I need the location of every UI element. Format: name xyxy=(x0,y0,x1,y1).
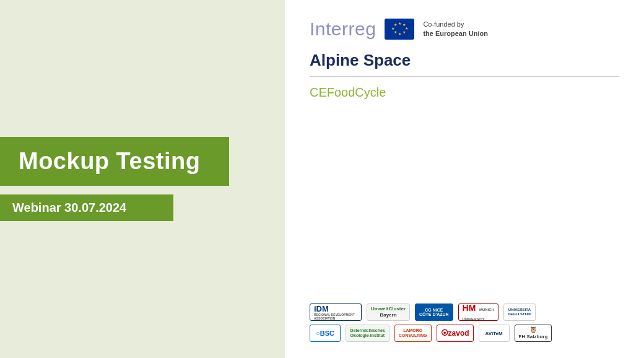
svg-text:★: ★ xyxy=(391,27,394,30)
partner-okologie: Österreichisches Ökologie-Institut xyxy=(346,325,389,342)
alpine-space-title: Alpine Space xyxy=(310,51,619,70)
eu-flag: ★ ★ ★ ★ ★ ★ ★ ★ xyxy=(385,19,414,40)
interreg-label: Interreg xyxy=(310,19,376,40)
partner-fhsalzburg: 🦉 FH Salzburg xyxy=(515,325,552,342)
partners-row-1: iDM REGIONAL DEVELOPMENT ASSOCIATION Umw… xyxy=(310,303,619,321)
eu-flag-svg: ★ ★ ★ ★ ★ ★ ★ ★ xyxy=(385,19,414,39)
header-row: Interreg ★ ★ ★ ★ ★ ★ ★ ★ Co-funded by th… xyxy=(310,19,619,40)
cofunded-line1: Co-funded by xyxy=(423,20,488,29)
svg-text:★: ★ xyxy=(398,32,401,36)
partner-lamoro: LAMORO CONSULTING xyxy=(394,325,432,342)
right-panel: Interreg ★ ★ ★ ★ ★ ★ ★ ★ Co-funded by th… xyxy=(285,0,644,358)
cofunded-line2: the European Union xyxy=(423,29,488,38)
partner-umwelt: UmweltCluster Bayern xyxy=(367,303,410,321)
partners-section: iDM REGIONAL DEVELOPMENT ASSOCIATION Umw… xyxy=(310,297,619,346)
partner-hm: HM MUNICHUNIVERSITY xyxy=(458,303,498,321)
left-panel: Mockup Testing Webinar 30.07.2024 xyxy=(0,0,285,358)
partner-uni: UNIVERSITÀ DEGLI STUDI xyxy=(503,303,536,321)
svg-text:★: ★ xyxy=(398,22,401,25)
subtitle-block: Webinar 30.07.2024 xyxy=(0,194,173,221)
cofunded-text: Co-funded by the European Union xyxy=(423,20,488,39)
divider-line xyxy=(310,76,619,77)
partner-colnice: CG NICE CÔTE D'AZUR xyxy=(415,303,453,321)
project-name: CEFoodCycle xyxy=(310,85,619,100)
partner-zavod: ⦿zavod xyxy=(437,325,474,342)
main-title-block: Mockup Testing xyxy=(0,137,229,186)
main-title: Mockup Testing xyxy=(19,148,211,175)
partner-avitem: AViTeM xyxy=(479,325,510,342)
svg-text:★: ★ xyxy=(402,30,406,34)
svg-text:★: ★ xyxy=(394,30,397,34)
subtitle-text: Webinar 30.07.2024 xyxy=(12,201,161,215)
svg-text:★: ★ xyxy=(394,23,397,27)
partner-idm: iDM REGIONAL DEVELOPMENT ASSOCIATION xyxy=(310,303,362,321)
partners-row-2: ○BSC Österreichisches Ökologie-Institut … xyxy=(310,325,619,342)
partner-bsc: ○BSC xyxy=(310,325,341,342)
interreg-logo: Interreg xyxy=(310,19,376,40)
